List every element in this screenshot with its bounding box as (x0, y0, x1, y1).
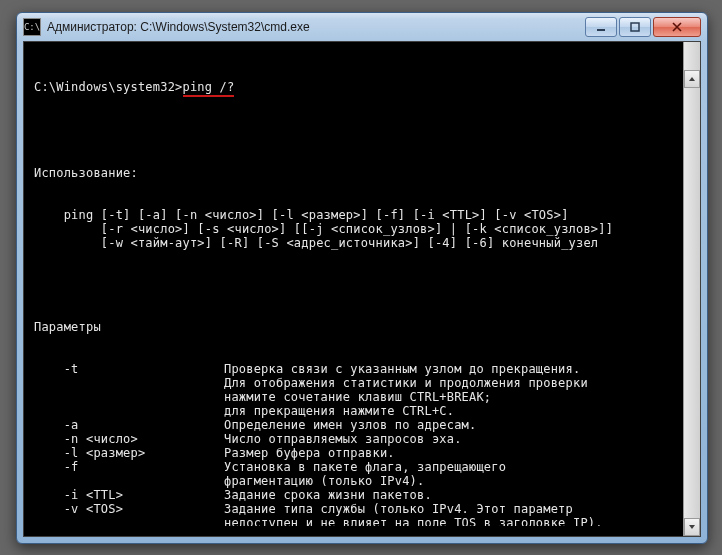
terminal-area[interactable]: C:\Windows\system32>ping /? Использовани… (23, 41, 701, 537)
usage-line: [-r <число>] [-s <число>] [[-j <список_у… (34, 222, 684, 236)
entered-command: ping /? (183, 80, 235, 97)
param-flag: -a (34, 418, 224, 432)
cmd-icon-label: C:\ (24, 23, 40, 32)
param-flag: -l <размер> (34, 446, 224, 460)
minimize-button[interactable] (585, 17, 617, 37)
param-flag: -t (34, 362, 224, 418)
usage-header: Использование: (34, 166, 684, 180)
param-flag: -f (34, 460, 224, 488)
svg-rect-1 (631, 23, 639, 31)
usage-line: [-w <тайм-аут>] [-R] [-S <адрес_источник… (34, 236, 684, 250)
prompt-line-1: C:\Windows\system32>ping /? (34, 80, 684, 94)
usage-block: ping [-t] [-a] [-n <число>] [-l <размер>… (34, 208, 684, 250)
param-description: Проверка связи с указанным узлом до прек… (224, 362, 684, 418)
blank-line (34, 124, 684, 138)
param-flag: -v <TOS> (34, 502, 224, 526)
window-buttons (585, 17, 701, 37)
cmd-window: C:\ Администратор: C:\Windows\System32\c… (16, 12, 708, 544)
params-block: -tПроверка связи с указанным узлом до пр… (34, 362, 684, 526)
usage-line: ping [-t] [-a] [-n <число>] [-l <размер>… (34, 208, 684, 222)
param-description: Установка в пакете флага, запрещающего ф… (224, 460, 684, 488)
blank-line (34, 278, 684, 292)
param-flag: -n <число> (34, 432, 224, 446)
close-button[interactable] (653, 17, 701, 37)
scrollbar-down-button[interactable] (684, 518, 700, 536)
param-description: Задание срока жизни пакетов. (224, 488, 684, 502)
titlebar[interactable]: C:\ Администратор: C:\Windows\System32\c… (17, 13, 707, 41)
scrollbar-up-button[interactable] (684, 70, 700, 88)
vertical-scrollbar[interactable] (683, 42, 700, 536)
param-description: Определение имен узлов по адресам. (224, 418, 684, 432)
window-title: Администратор: C:\Windows\System32\cmd.e… (47, 20, 585, 34)
terminal-content: C:\Windows\system32>ping /? Использовани… (34, 52, 684, 526)
params-header: Параметры (34, 320, 684, 334)
prompt-prefix: C:\Windows\system32> (34, 80, 183, 94)
maximize-button[interactable] (619, 17, 651, 37)
cmd-icon: C:\ (23, 18, 41, 36)
param-description: Задание типа службы (только IPv4. Этот п… (224, 502, 684, 526)
param-description: Число отправляемых запросов эха. (224, 432, 684, 446)
svg-rect-0 (597, 29, 605, 31)
param-flag: -i <TTL> (34, 488, 224, 502)
param-description: Размер буфера отправки. (224, 446, 684, 460)
